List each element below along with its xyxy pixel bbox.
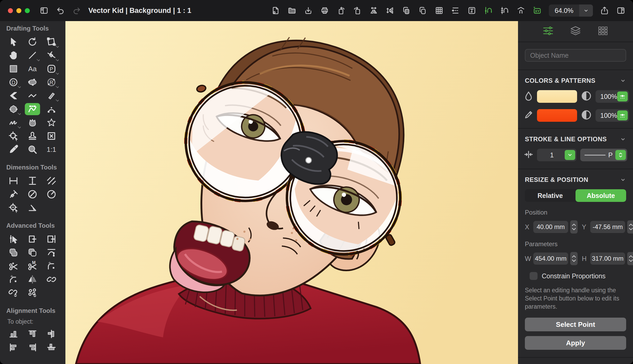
snap-to-guides-icon[interactable]: [516, 6, 526, 15]
extend-right-tool[interactable]: [44, 233, 59, 245]
boolean-union-tool[interactable]: [6, 246, 21, 259]
stroke-width-field[interactable]: 1: [537, 149, 577, 161]
dim-angled-tool[interactable]: [6, 188, 21, 200]
center-mark-tool[interactable]: [6, 202, 21, 214]
import-icon[interactable]: [304, 6, 313, 15]
ungroup-points-tool[interactable]: [25, 287, 40, 299]
reshape-tool[interactable]: [44, 246, 59, 259]
one-to-one-tool[interactable]: 1:1: [44, 143, 59, 156]
dim-angle-tool[interactable]: [25, 202, 40, 214]
tab-library[interactable]: [597, 26, 609, 37]
ellipse-tool[interactable]: [25, 76, 40, 88]
parametric-shape-tool[interactable]: P: [44, 63, 59, 75]
flip-vertical-icon[interactable]: [385, 6, 395, 15]
dim-diameter-tool[interactable]: [25, 188, 40, 200]
align-center-v-tool[interactable]: [44, 341, 59, 353]
stroke-opacity-slider-button[interactable]: [617, 110, 628, 120]
align-top-tool[interactable]: [25, 328, 40, 340]
snap-to-grid-icon[interactable]: [500, 6, 509, 15]
point-select-tool[interactable]: [6, 233, 21, 245]
mirror-tool[interactable]: [25, 273, 40, 285]
cut-tool[interactable]: [6, 260, 21, 272]
absolute-mode-button[interactable]: Absolute: [576, 189, 626, 202]
y-position-stepper[interactable]: [627, 220, 633, 234]
eyedropper-tool[interactable]: [6, 143, 21, 156]
select-tool[interactable]: [6, 36, 21, 48]
y-position-field[interactable]: -47.56 mm: [590, 221, 625, 233]
fill-contrast-icon[interactable]: [581, 90, 592, 103]
chevron-shape-tool[interactable]: [6, 90, 21, 102]
flip-horizontal-icon[interactable]: [369, 6, 378, 15]
align-bottom-tool[interactable]: [6, 328, 21, 340]
dash-style-stepper-button[interactable]: [615, 150, 626, 160]
snap-to-point-icon[interactable]: [483, 6, 493, 15]
print-icon[interactable]: [320, 6, 329, 15]
colors-patterns-header[interactable]: COLORS & PATTERNS: [525, 77, 626, 84]
angle-line-tool[interactable]: [44, 49, 59, 61]
pen-tool[interactable]: [25, 103, 40, 115]
hand-tool[interactable]: [6, 49, 21, 61]
canvas-area[interactable]: [65, 21, 518, 364]
constrain-proportions-checkbox[interactable]: [530, 272, 538, 280]
dim-vertical-tool[interactable]: [25, 175, 40, 187]
line-tool[interactable]: [25, 49, 40, 61]
stamp-tool[interactable]: [25, 130, 40, 142]
blob-tool[interactable]: [25, 117, 40, 129]
fillet-tool[interactable]: [44, 260, 59, 272]
align-center-h-tool[interactable]: [44, 328, 59, 340]
close-window-button[interactable]: [8, 8, 13, 13]
double-line-tool[interactable]: [44, 90, 59, 102]
rotate-right-icon[interactable]: [353, 6, 362, 15]
radius-circle-tool[interactable]: R: [44, 76, 59, 88]
text-tool[interactable]: Aa: [25, 63, 40, 75]
x-position-stepper[interactable]: [570, 220, 578, 234]
arc-tool[interactable]: [44, 103, 59, 115]
width-field[interactable]: 454.00 mm: [533, 253, 568, 265]
rotate-tool[interactable]: [25, 36, 40, 48]
star-tool[interactable]: [44, 117, 59, 129]
dim-horizontal-tool[interactable]: [6, 175, 21, 187]
resize-position-header[interactable]: RESIZE & POSITION: [525, 176, 626, 183]
diameter-circle-tool[interactable]: D: [6, 76, 21, 88]
align-left-tool[interactable]: [6, 341, 21, 353]
coordinates-xy-icon[interactable]: XY: [533, 6, 542, 15]
artboard-tool[interactable]: [44, 36, 59, 48]
dash-style-field[interactable]: P: [580, 149, 627, 161]
dim-aligned-tool[interactable]: [44, 175, 59, 187]
stroke-color-swatch[interactable]: [537, 109, 577, 122]
chamfer-tool[interactable]: [6, 273, 21, 285]
apply-button[interactable]: Apply: [525, 336, 626, 350]
rotate-left-icon[interactable]: [336, 6, 346, 15]
copy-icon[interactable]: [402, 6, 411, 15]
table-icon[interactable]: [434, 6, 444, 15]
multi-cut-tool[interactable]: M: [25, 260, 40, 272]
redo-icon[interactable]: [72, 6, 81, 15]
stroke-line-header[interactable]: STROKE & LINE OPTIONS: [525, 135, 626, 143]
x-position-field[interactable]: 40.00 mm: [533, 221, 568, 233]
object-name-input[interactable]: Object Name: [525, 49, 626, 62]
snap-spacing-icon[interactable]: [451, 6, 460, 15]
stroke-contrast-icon[interactable]: [581, 109, 592, 122]
align-right-tool[interactable]: [25, 341, 40, 353]
dim-radius-tool[interactable]: [44, 188, 59, 200]
height-field[interactable]: 317.00 mm: [590, 253, 625, 265]
fill-opacity-field[interactable]: 100%: [596, 90, 629, 103]
snap-frame-icon[interactable]: [467, 6, 477, 15]
rectangle-tool[interactable]: [6, 63, 21, 75]
zoom-window-button[interactable]: [25, 8, 30, 13]
freehand-tool[interactable]: [6, 117, 21, 129]
toggle-inspector-icon[interactable]: [616, 6, 626, 15]
toggle-sidebar-icon[interactable]: [39, 6, 49, 15]
zoom-level-control[interactable]: 64.0%: [549, 4, 593, 17]
relative-mode-button[interactable]: Relative: [525, 189, 576, 202]
point-tool[interactable]: [6, 130, 21, 142]
tab-layers[interactable]: [569, 26, 582, 37]
page-setup-icon[interactable]: [271, 6, 280, 15]
trim-left-tool[interactable]: [25, 233, 40, 245]
stroke-width-dropdown-button[interactable]: [565, 150, 575, 160]
height-stepper[interactable]: [627, 252, 633, 265]
select-point-button[interactable]: Select Point: [525, 318, 626, 331]
fill-color-swatch[interactable]: [537, 90, 577, 103]
width-stepper[interactable]: [570, 252, 578, 265]
duplicate-icon[interactable]: [418, 6, 428, 15]
